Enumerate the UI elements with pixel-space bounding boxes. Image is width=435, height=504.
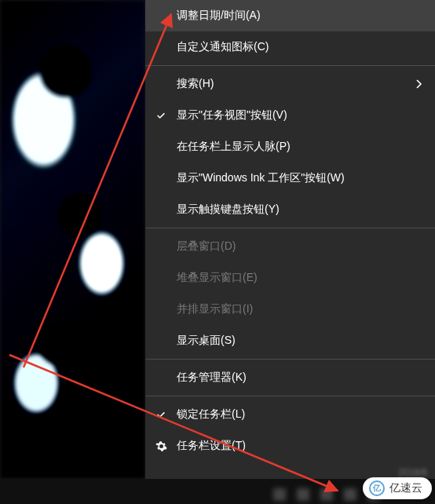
menu-separator [145, 228, 435, 228]
menu-item-adjust-datetime[interactable]: 调整日期/时间(A) [145, 0, 435, 31]
menu-item-search[interactable]: 搜索(H) [145, 68, 435, 100]
menu-item-show-desktop[interactable]: 显示桌面(S) [145, 325, 435, 356]
menu-item-show-people[interactable]: 在任务栏上显示人脉(P) [145, 131, 435, 163]
menu-item-label: 任务管理器(K) [177, 371, 247, 385]
menu-item-label: 锁定任务栏(L) [177, 407, 245, 422]
check-icon [155, 409, 167, 420]
menu-item-show-touch-keyboard[interactable]: 显示触摸键盘按钮(Y) [145, 194, 435, 225]
menu-item-label: 搜索(H) [177, 77, 214, 91]
menu-separator [145, 65, 435, 66]
gear-icon [155, 440, 167, 452]
menu-item-lock-taskbar[interactable]: 锁定任务栏(L) [145, 399, 435, 430]
watermark-text: 亿速云 [389, 481, 422, 495]
menu-item-label: 在任务栏上显示人脉(P) [177, 140, 291, 154]
menu-item-sidebyside-windows: 并排显示窗口(I) [145, 294, 435, 325]
taskbar-context-menu: 调整日期/时间(A)自定义通知图标(C)搜索(H)显示"任务视图"按钮(V)在任… [145, 0, 435, 479]
menu-item-taskbar-settings[interactable]: 任务栏设置(T) [145, 430, 435, 462]
watermark-badge: 亿 亿速云 [363, 477, 432, 499]
menu-item-label: 并排显示窗口(I) [177, 302, 253, 316]
tray-icon[interactable] [273, 488, 286, 501]
desktop-wallpaper [0, 0, 145, 479]
menu-item-label: 调整日期/时间(A) [177, 9, 261, 23]
tray-icon[interactable] [297, 488, 309, 501]
menu-item-label: 层叠窗口(D) [177, 239, 236, 254]
taskbar-clock[interactable]: 2018/6 [398, 467, 427, 478]
menu-separator [145, 396, 435, 396]
menu-item-cascade-windows: 层叠窗口(D) [145, 231, 435, 262]
menu-item-show-ink-workspace[interactable]: 显示"Windows Ink 工作区"按钮(W) [145, 163, 435, 194]
menu-item-show-taskview-button[interactable]: 显示"任务视图"按钮(V) [145, 100, 435, 131]
tray-icon[interactable] [344, 488, 356, 501]
menu-item-label: 堆叠显示窗口(E) [177, 271, 258, 285]
menu-item-label: 任务栏设置(T) [177, 439, 246, 453]
menu-item-label: 显示"任务视图"按钮(V) [177, 108, 287, 122]
menu-item-customize-notif-icons[interactable]: 自定义通知图标(C) [145, 31, 435, 63]
watermark-logo-icon: 亿 [369, 480, 385, 496]
tray-icon[interactable] [320, 488, 333, 501]
menu-item-label: 显示桌面(S) [177, 334, 236, 348]
check-icon [155, 110, 167, 121]
menu-item-stack-windows: 堆叠显示窗口(E) [145, 262, 435, 294]
menu-item-task-manager[interactable]: 任务管理器(K) [145, 362, 435, 393]
menu-item-label: 自定义通知图标(C) [177, 40, 269, 54]
menu-separator [145, 359, 435, 360]
menu-item-label: 显示触摸键盘按钮(Y) [177, 203, 280, 217]
chevron-right-icon [416, 79, 422, 89]
menu-item-label: 显示"Windows Ink 工作区"按钮(W) [177, 171, 345, 185]
clock-date: 2018/6 [398, 467, 427, 478]
